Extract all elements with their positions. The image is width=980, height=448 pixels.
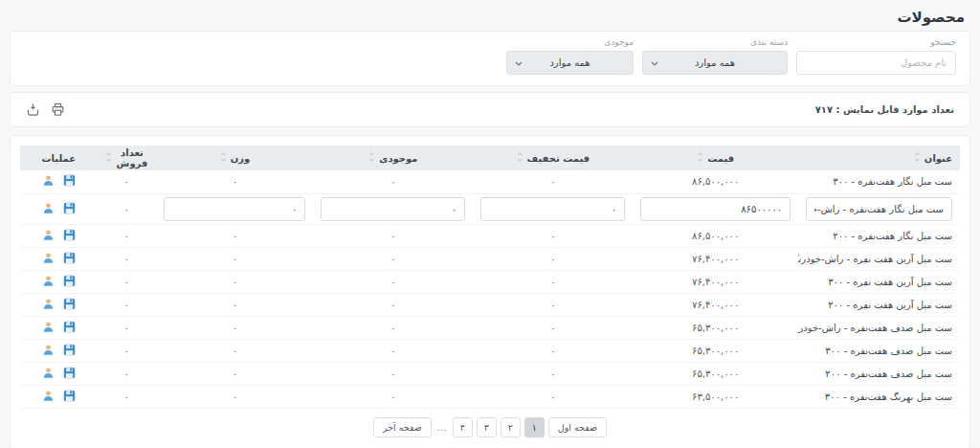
user-button[interactable] <box>42 390 55 402</box>
product-title-cell <box>798 193 960 224</box>
first-page-button[interactable]: صفحه اول <box>548 417 607 437</box>
table-row: ست مبل آرین هفت نفره - ۲۰۰۷۶,۴۰۰,۰۰۰۰۰۰۰ <box>20 293 960 316</box>
product-title-value: ست مبل نگار هفت‌نفره - ۳۰۰ <box>798 170 960 193</box>
user-button[interactable] <box>42 252 55 264</box>
visible-count-label: تعداد موارد قابل نمایش : ۷۱۷ <box>815 104 954 115</box>
user-button[interactable] <box>42 298 55 310</box>
table-row: ست مبل صدف هفت‌نفره - ۲۰۰۶۵,۳۰۰,۰۰۰۰۰۰۰ <box>20 362 960 385</box>
save-button[interactable] <box>63 275 76 287</box>
save-button[interactable] <box>63 252 76 264</box>
price-value: ۸۶,۵۰۰,۰۰۰ <box>633 224 798 247</box>
weight-value: ۰ <box>156 247 313 270</box>
user-button[interactable] <box>42 174 55 187</box>
column-header-stock[interactable]: موجودی <box>313 146 473 170</box>
pagination: صفحه اول ۱۲۳۴ … صفحه آخر <box>20 417 960 437</box>
category-select-value: همه موارد <box>695 57 735 68</box>
stock-label: موجودی <box>506 37 634 47</box>
price-value: ۶۵,۳۰۰,۰۰۰ <box>633 316 798 339</box>
column-header-price[interactable]: قیمت <box>633 146 798 170</box>
sort-icon[interactable] <box>220 151 227 163</box>
product-title-value: ست مبل بهرنگ هفت‌نفره - ۳۰۰ <box>798 385 960 408</box>
sort-icon[interactable] <box>105 151 112 163</box>
user-icon <box>42 298 55 310</box>
save-button[interactable] <box>63 174 76 187</box>
weight-input[interactable] <box>164 197 305 221</box>
discount-price-value: ۰ <box>473 247 633 270</box>
save-icon <box>63 202 76 214</box>
stock-value: ۰ <box>313 385 473 408</box>
discount-price-value: ۰ <box>473 385 633 408</box>
weight-value: ۰ <box>156 339 313 362</box>
product-title-value: ست مبل صدف هفت‌نفره - ۲۰۰ <box>798 362 960 385</box>
save-button[interactable] <box>63 229 76 241</box>
price-input[interactable] <box>640 197 791 221</box>
column-header-sales-count[interactable]: تعداد فروش <box>98 146 157 170</box>
last-page-button[interactable]: صفحه آخر <box>373 417 432 437</box>
discount-price-input[interactable] <box>480 197 625 221</box>
filter-bar: جستجو دسته بندی همه موارد موجودی همه موا… <box>10 31 970 86</box>
user-button[interactable] <box>42 321 55 333</box>
table-row: ست مبل نگار هفت‌نفره - ۳۰۰۸۶,۵۰۰,۰۰۰۰۰۰۰ <box>20 170 960 193</box>
save-icon <box>63 298 76 310</box>
search-input[interactable] <box>796 51 956 75</box>
sales-count-value: ۰ <box>98 193 157 224</box>
save-button[interactable] <box>63 344 76 356</box>
column-header-title[interactable]: عنوان <box>798 146 960 170</box>
stock-input[interactable] <box>321 197 465 221</box>
save-button[interactable] <box>63 321 76 333</box>
export-button[interactable] <box>26 102 40 117</box>
page-button-۳[interactable]: ۳ <box>477 417 497 437</box>
column-header-discount-price[interactable]: قیمت تخفیف <box>473 146 633 170</box>
export-icon <box>26 102 40 117</box>
user-button[interactable] <box>42 202 55 214</box>
print-button[interactable] <box>51 102 65 117</box>
product-title-input[interactable] <box>806 197 952 221</box>
page-header: محصولات <box>0 0 980 31</box>
weight-value: ۰ <box>156 293 313 316</box>
row-actions <box>20 362 98 385</box>
sort-icon[interactable] <box>368 151 375 163</box>
save-button[interactable] <box>63 298 76 310</box>
row-actions <box>20 193 98 224</box>
page-button-۱[interactable]: ۱ <box>524 417 545 437</box>
user-button[interactable] <box>42 367 55 379</box>
table-row: ست مبل آرین هفت نفره - راش-خودرنگ۷۶,۴۰۰,… <box>20 247 960 270</box>
search-label: جستجو <box>796 37 956 47</box>
sort-icon[interactable] <box>517 151 523 163</box>
stock-value: ۰ <box>313 270 473 293</box>
save-icon <box>63 275 76 287</box>
price-value: ۷۶,۴۰۰,۰۰۰ <box>633 247 798 270</box>
save-icon <box>63 229 76 241</box>
weight-cell <box>156 193 313 224</box>
save-button[interactable] <box>63 390 76 402</box>
page-button-۴[interactable]: ۴ <box>453 417 473 437</box>
user-button[interactable] <box>42 344 55 356</box>
save-icon <box>63 321 76 333</box>
discount-price-value: ۰ <box>473 293 633 316</box>
sales-count-value: ۰ <box>98 224 157 247</box>
table-row-edit: ۰ <box>20 193 960 224</box>
row-actions <box>20 224 98 247</box>
save-icon <box>63 390 76 402</box>
page-button-۲[interactable]: ۲ <box>501 417 521 437</box>
column-header-weight[interactable]: وزن <box>156 146 313 170</box>
table-row: ست مبل بهرنگ هفت‌نفره - ۳۰۰۶۳,۵۰۰,۰۰۰۰۰۰… <box>20 385 960 408</box>
save-button[interactable] <box>63 367 76 379</box>
sales-count-value: ۰ <box>98 293 157 316</box>
table-header-row: عنوان قیمت قیمت تخفیف موجودی وزن تعداد ف… <box>20 146 960 170</box>
chevron-down-icon <box>651 61 658 66</box>
row-actions <box>20 316 98 339</box>
user-button[interactable] <box>42 229 55 241</box>
sales-count-value: ۰ <box>98 270 157 293</box>
product-title-value: ست مبل آرین هفت نفره - راش-خودرنگ <box>798 247 960 270</box>
user-icon <box>42 252 55 264</box>
weight-value: ۰ <box>156 170 313 193</box>
sort-icon[interactable] <box>697 151 703 163</box>
category-select[interactable]: همه موارد <box>642 51 788 75</box>
save-button[interactable] <box>63 202 76 214</box>
sort-icon[interactable] <box>914 151 921 163</box>
stock-select[interactable]: همه موارد <box>506 51 634 75</box>
user-button[interactable] <box>42 275 55 287</box>
user-icon <box>42 275 55 287</box>
row-actions <box>20 270 98 293</box>
